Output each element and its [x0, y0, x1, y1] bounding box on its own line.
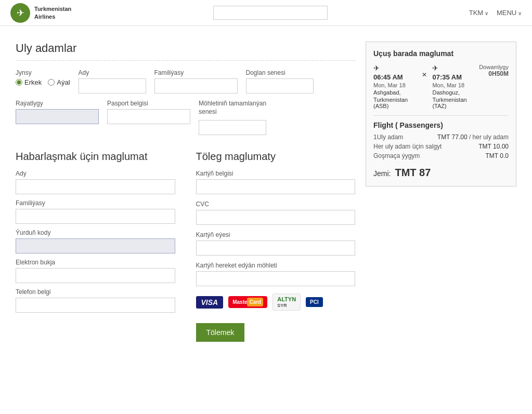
- name-group: Ady Wepa: [79, 69, 146, 94]
- flight-info-title: Uçuş barada maglumat: [373, 49, 509, 58]
- price-row-1-per: / her uly adam: [469, 133, 509, 141]
- contact-name-label: Ady: [16, 170, 175, 177]
- search-input[interactable]: [213, 6, 328, 20]
- expiry-input[interactable]: 05 / 32: [196, 271, 356, 286]
- dob-label: Doglan senesi: [246, 69, 314, 76]
- price-row-2-amount: TMT 10.00: [478, 143, 509, 150]
- price-row-2-label: Her uly adam üçin salgyt: [373, 143, 442, 150]
- expire-label: Möhletiniñ tamamlanýan senesi: [199, 100, 277, 116]
- cvc-label: CVC: [196, 201, 356, 208]
- header: ✈ Turkmenistan Airlines TKM MENU: [0, 0, 532, 26]
- gender-female-option[interactable]: Aýal: [48, 78, 70, 86]
- gender-male-radio[interactable]: [16, 79, 22, 86]
- contact-surname-input[interactable]: Begmyradow: [16, 209, 175, 224]
- route-x-icon: ✕: [422, 71, 427, 78]
- card-number-group: Kartýñ belgisi 4434 4455 8844 2231: [196, 170, 356, 194]
- right-sidebar: Uçuş barada maglumat ✈ 06:45 AM Mon, Mar…: [366, 42, 516, 342]
- nationality-group: Raýatlygy Turkmenistan: [16, 100, 99, 124]
- duration-label: Dowamlygy: [479, 64, 509, 70]
- section-divider-1: [16, 60, 355, 61]
- arrive-point: ✈ 07:35 AM Mon, Mar 18 Dashoguz, Turkmen…: [432, 64, 475, 109]
- name-input[interactable]: Wepa: [79, 78, 146, 94]
- payment-section: Töleg maglumaty Kartýñ belgisi 4434 4455…: [196, 151, 356, 342]
- main-content: Uly adamlar Jynsy Erkek Aýal Ady: [0, 26, 532, 357]
- expire-input[interactable]: 05/03/2004: [199, 120, 266, 135]
- lang-selector[interactable]: TKM: [469, 9, 488, 17]
- card-number-label: Kartýñ belgisi: [196, 170, 356, 177]
- passenger-form-row-2: Raýatlygy Turkmenistan Pasport belgisi I…: [16, 100, 355, 135]
- nationality-input[interactable]: Turkmenistan: [16, 109, 99, 124]
- contact-email-input[interactable]: wbegmyradov@gmail.com: [16, 268, 175, 283]
- passport-input[interactable]: I-AS 311358: [107, 109, 190, 124]
- gender-group: Jynsy Erkek Aýal: [16, 69, 70, 86]
- price-row-1-label: 1Uly adam: [373, 133, 403, 141]
- payment-section-title: Töleg maglumaty: [196, 151, 356, 163]
- depart-date: Mon, Mar 18: [373, 82, 417, 88]
- radio-group: Erkek Aýal: [16, 78, 70, 86]
- arrive-plane-icon: ✈: [432, 64, 475, 72]
- header-nav: TKM MENU: [469, 9, 522, 17]
- gender-male-option[interactable]: Erkek: [16, 78, 42, 86]
- two-col-section: Habarlaşmak üçin maglumat Ady Wepa Famil…: [16, 151, 355, 342]
- contact-section-title: Habarlaşmak üçin maglumat: [16, 151, 175, 163]
- depart-time: 06:45 AM: [373, 73, 417, 81]
- expire-group: Möhletiniñ tamamlanýan senesi 05/03/2004: [199, 100, 277, 135]
- contact-surname-label: Familiýasy: [16, 199, 175, 207]
- mastercard-logo: Master Card: [228, 296, 267, 308]
- contact-phone-label: Telefon belgi: [16, 288, 175, 296]
- search-container: [213, 6, 328, 20]
- dob-input[interactable]: 07/02/1988: [246, 78, 314, 94]
- price-row-2: Her uly adam üçin salgyt TMT 10.00: [373, 143, 509, 150]
- gender-label: Jynsy: [16, 69, 70, 76]
- contact-country-input[interactable]: BERKARARLYK: [16, 238, 175, 253]
- nationality-label: Raýatlygy: [16, 100, 99, 107]
- pci-logo: PCI: [306, 297, 323, 307]
- cardholder-group: Kartýñ eýesi Wepa Begmyradow: [196, 231, 356, 256]
- depart-city: Ashgabad,: [373, 89, 417, 96]
- contact-name-group: Ady Wepa: [16, 170, 175, 194]
- depart-plane-icon: ✈: [373, 64, 417, 72]
- passport-group: Pasport belgisi I-AS 311358: [107, 100, 190, 124]
- visa-logo: VISA: [196, 296, 224, 309]
- cardholder-input[interactable]: Wepa Begmyradow: [196, 241, 356, 256]
- logo-icon: ✈: [10, 3, 30, 23]
- menu-button[interactable]: MENU: [497, 9, 522, 17]
- total-amount: TMT 87: [395, 167, 431, 179]
- contact-email-label: Elektron bukja: [16, 259, 175, 266]
- gender-male-label: Erkek: [24, 78, 42, 86]
- gender-female-radio[interactable]: [48, 79, 55, 86]
- price-row-3-amount: TMT 0.0: [486, 152, 509, 159]
- cvc-input[interactable]: 853: [196, 210, 356, 225]
- contact-surname-group: Familiýasy Begmyradow: [16, 199, 175, 224]
- contact-country-label: Ýurduñ kody: [16, 229, 175, 236]
- contact-phone-group: Telefon belgi +99365656565: [16, 288, 175, 313]
- price-row-1: 1Uly adam TMT 77.00 / her uly adam: [373, 133, 509, 141]
- flight-duration: Dowamlygy 0H50M: [479, 64, 509, 77]
- total-row: Jemi: TMT 87: [373, 167, 509, 179]
- price-row-3-label: Goşmaça ýygym: [373, 152, 420, 159]
- route-separator: ✕: [421, 64, 428, 78]
- name-label: Ady: [79, 69, 146, 76]
- expiry-label: Kartýñ hereket edýän möhleti: [196, 262, 356, 269]
- cvc-group: CVC 853: [196, 201, 356, 225]
- contact-section: Habarlaşmak üçin maglumat Ady Wepa Famil…: [16, 151, 175, 342]
- logo: ✈ Turkmenistan Airlines: [10, 3, 71, 23]
- altyn-logo: ALTYN SYR: [273, 293, 301, 311]
- expiry-group: Kartýñ hereket edýän möhleti 05 / 32: [196, 262, 356, 286]
- arrive-time: 07:35 AM: [432, 73, 475, 81]
- contact-phone-input[interactable]: +99365656565: [16, 298, 175, 313]
- pay-button[interactable]: Tölemek: [196, 323, 245, 342]
- price-row-3: Goşmaça ýygym TMT 0.0: [373, 152, 509, 159]
- arrive-country: Turkmenistan (TAZ): [432, 97, 475, 109]
- surname-input[interactable]: Begmyradow: [154, 78, 238, 94]
- card-number-input[interactable]: 4434 4455 8844 2231: [196, 179, 356, 194]
- depart-point: ✈ 06:45 AM Mon, Mar 18 Ashgabad, Turkmen…: [373, 64, 417, 109]
- contact-name-input[interactable]: Wepa: [16, 179, 175, 194]
- contact-country-group: Ýurduñ kody BERKARARLYK: [16, 229, 175, 253]
- dob-group: Doglan senesi 07/02/1988: [246, 69, 314, 94]
- flight-info-box: Uçuş barada maglumat ✈ 06:45 AM Mon, Mar…: [366, 42, 516, 186]
- surname-label: Familiýasy: [154, 69, 238, 76]
- arrive-date: Mon, Mar 18: [432, 82, 475, 88]
- gender-female-label: Aýal: [57, 78, 70, 86]
- contact-email-group: Elektron bukja wbegmyradov@gmail.com: [16, 259, 175, 283]
